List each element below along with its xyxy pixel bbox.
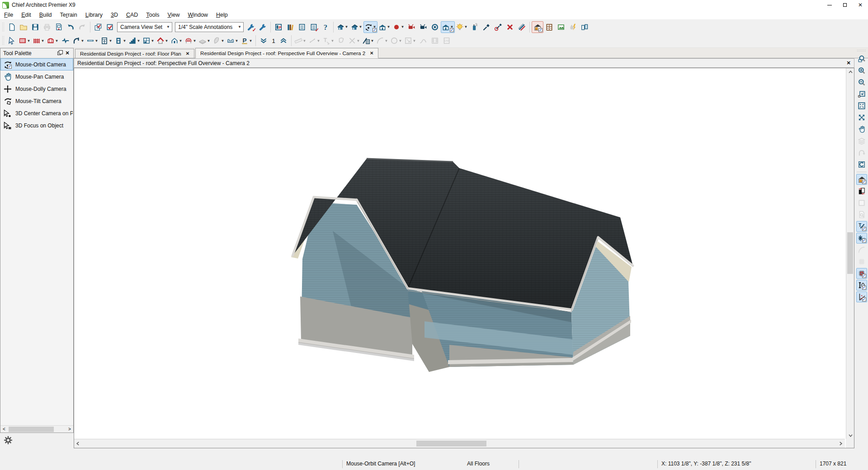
active-defaults-button[interactable]: ✓ xyxy=(245,21,257,33)
wall-tools-button[interactable]: ▼ xyxy=(18,35,32,47)
preferences-button[interactable] xyxy=(257,21,269,33)
zoom-in-button[interactable] xyxy=(856,65,867,76)
color-chooser-button[interactable] xyxy=(492,21,504,33)
camera-view-set-select[interactable]: Camera View Set▼ xyxy=(117,22,172,32)
palette-item-mouse-tilt-camera[interactable]: Mouse-Tilt Camera xyxy=(0,95,73,107)
backdrop-button[interactable] xyxy=(555,21,567,33)
walkthrough-path-button[interactable] xyxy=(406,21,417,33)
close-button[interactable]: ✕ xyxy=(853,0,868,10)
object-snaps-toggle[interactable]: ✓ xyxy=(856,233,867,244)
tab-floor-plan[interactable]: Residential Design Project - roof: Floor… xyxy=(75,49,194,58)
create-video-button[interactable] xyxy=(417,21,429,33)
spray-material-button[interactable] xyxy=(469,21,481,33)
toggle-handles-button[interactable] xyxy=(92,21,104,33)
annotation-scale-select[interactable]: 1/4" Scale Annotations▼ xyxy=(175,22,244,32)
layer-display-options-button[interactable]: ✓ xyxy=(308,21,320,33)
select-objects-button[interactable] xyxy=(6,35,18,47)
undo-zoom-button[interactable] xyxy=(856,89,867,99)
tab-close-icon[interactable]: ✕ xyxy=(369,50,374,56)
undo-button[interactable] xyxy=(65,21,76,33)
view-close-button[interactable]: ✕ xyxy=(844,59,853,67)
adjust-lights-button[interactable]: ▼ xyxy=(455,21,469,33)
print-preview-button[interactable] xyxy=(53,21,65,33)
elevation-camera-button[interactable]: ▼ xyxy=(377,21,392,33)
menu-tools[interactable]: Tools xyxy=(142,11,163,19)
plant-label-button[interactable]: ▼ xyxy=(240,35,254,47)
door-tools-button[interactable]: ▼ xyxy=(113,35,127,47)
menu-cad[interactable]: CAD xyxy=(122,11,142,19)
railing-tools-button[interactable]: ▼ xyxy=(32,35,46,47)
furniture-display-button[interactable] xyxy=(543,21,555,33)
project-browser-button[interactable] xyxy=(273,21,284,33)
toolbar2-grip[interactable] xyxy=(2,36,5,46)
materials-list-button[interactable] xyxy=(296,21,308,33)
roof-tools-button[interactable]: ▼ xyxy=(156,35,170,47)
palette-close-button[interactable]: ✕ xyxy=(63,50,71,57)
selection-zoom-button[interactable] xyxy=(856,53,867,64)
new-plan-button[interactable] xyxy=(6,21,18,33)
menu-build[interactable]: Build xyxy=(35,11,56,19)
right-toolbar-grip[interactable] xyxy=(857,49,867,52)
marker-tools-button[interactable]: ▼ xyxy=(361,35,375,47)
mulled-window-button[interactable]: ▼ xyxy=(142,35,156,47)
edit-handles-toggle[interactable]: ✓ xyxy=(856,280,867,291)
menu-window[interactable]: Window xyxy=(184,11,212,19)
orbit-camera-button[interactable]: ✓▼ xyxy=(363,21,377,33)
menu-library[interactable]: Library xyxy=(81,11,107,19)
temp-dimensions-toggle[interactable]: ✓ xyxy=(856,221,867,232)
full-camera-button[interactable]: ▼ xyxy=(335,21,349,33)
menu-terrain[interactable]: Terrain xyxy=(56,11,81,19)
restore-button[interactable] xyxy=(837,0,853,10)
tab-close-icon[interactable]: ✕ xyxy=(185,51,190,56)
awning-tools-button[interactable]: ▼ xyxy=(184,35,198,47)
grid-snaps-toggle[interactable]: ✓ xyxy=(856,268,867,279)
fill-building-button[interactable] xyxy=(856,112,867,123)
library-browser-button[interactable] xyxy=(284,21,296,33)
record-walkthrough-button[interactable]: ▼ xyxy=(392,21,406,33)
palette-item-mouse-orbit-camera[interactable]: ✓Mouse-Orbit Camera xyxy=(0,58,73,70)
floor-down-button[interactable] xyxy=(258,35,269,47)
final-view-button[interactable] xyxy=(429,21,441,33)
toolbar1-grip[interactable] xyxy=(2,22,5,32)
scrollbar-thumb[interactable] xyxy=(416,441,486,446)
menu-help[interactable]: Help xyxy=(212,11,232,19)
effects-button[interactable] xyxy=(567,21,579,33)
stair-tools-button[interactable]: ▼ xyxy=(127,35,142,47)
tab-camera-view[interactable]: Residential Design Project - roof: Persp… xyxy=(195,48,378,58)
scroll-right-arrow[interactable] xyxy=(837,440,844,447)
rebuild-3d-button[interactable] xyxy=(516,21,528,33)
palette-item-3d-focus-object[interactable]: 3D Focus on Object xyxy=(0,119,73,132)
save-plan-button[interactable] xyxy=(29,21,41,33)
terrain-tools-button[interactable]: ▼ xyxy=(212,35,226,47)
menu-view[interactable]: View xyxy=(164,11,184,19)
scroll-left-arrow[interactable] xyxy=(74,440,81,447)
door-arch-button[interactable]: ▼ xyxy=(71,35,85,47)
palette-item-mouse-dolly-camera[interactable]: Mouse-Dolly Camera xyxy=(0,83,73,95)
help-button[interactable] xyxy=(320,21,331,33)
camera-3d-view[interactable] xyxy=(74,68,845,439)
color-toggle-button[interactable]: ✓ xyxy=(856,174,867,185)
scroll-down-arrow[interactable] xyxy=(846,432,854,439)
slab-tools-button[interactable]: ▼ xyxy=(198,35,212,47)
menu-file[interactable]: File xyxy=(0,11,17,19)
curved-wall-button[interactable]: ▼ xyxy=(46,35,60,47)
scroll-right-arrow[interactable]: > xyxy=(66,426,73,433)
dormer-tools-button[interactable]: ▼ xyxy=(170,35,184,47)
palette-item-mouse-pan-camera[interactable]: Mouse-Pan Camera xyxy=(0,70,73,83)
scrollbar-thumb[interactable] xyxy=(847,232,853,274)
pan-window-button[interactable] xyxy=(856,124,867,135)
refresh-display-button[interactable] xyxy=(856,159,867,170)
angle-snaps-toggle[interactable]: ✓ xyxy=(856,291,867,302)
open-plan-button[interactable] xyxy=(18,21,29,33)
reverse-colors-button[interactable] xyxy=(856,186,867,197)
fill-window-button[interactable] xyxy=(856,100,867,111)
toggle-defaults-button[interactable] xyxy=(104,21,116,33)
wall-break-button[interactable] xyxy=(60,35,71,47)
overview-camera-button[interactable]: ▼ xyxy=(349,21,363,33)
palette-item-3d-center-camera[interactable]: 3D Center Camera on Poin xyxy=(0,107,73,119)
menu-3d[interactable]: 3D xyxy=(107,11,122,19)
view-crop-button[interactable]: ✓▼ xyxy=(441,21,455,33)
scrollbar-thumb[interactable] xyxy=(9,427,54,432)
delete-3d-button[interactable] xyxy=(504,21,516,33)
palette-float-button[interactable] xyxy=(55,50,63,57)
